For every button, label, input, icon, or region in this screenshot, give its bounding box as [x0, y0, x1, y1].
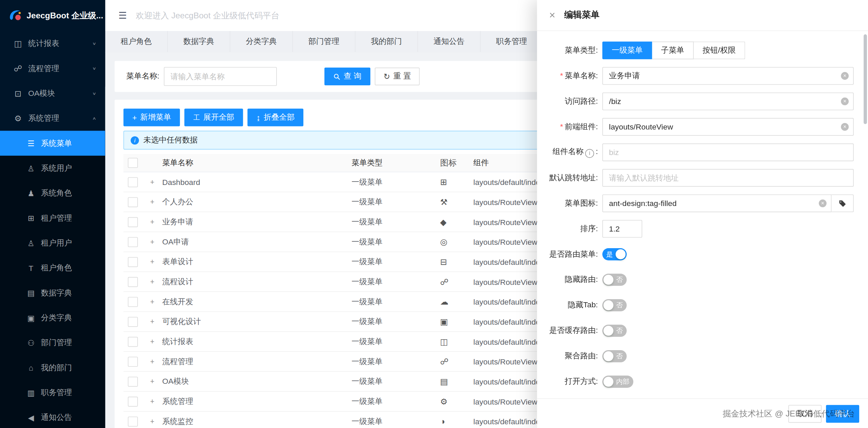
- menu-name-search-input[interactable]: [164, 67, 277, 86]
- page-tab[interactable]: 职务管理: [480, 31, 543, 52]
- toggle-switch[interactable]: 内部: [602, 376, 633, 388]
- sidebar-subitem[interactable]: ⚇ 部门管理: [0, 330, 105, 355]
- row-checkbox[interactable]: [128, 376, 138, 386]
- row-checkbox[interactable]: [128, 217, 138, 227]
- menu-name-cell[interactable]: OA申请: [162, 237, 351, 247]
- row-checkbox[interactable]: [128, 416, 138, 426]
- redirect-input[interactable]: [602, 169, 854, 187]
- toggle-switch[interactable]: 否: [602, 350, 627, 362]
- row-checkbox[interactable]: [128, 257, 138, 267]
- switch-row: 是否缓存路由: 否: [537, 318, 854, 343]
- sidebar-subitem[interactable]: ♙ 租户用户: [0, 230, 105, 255]
- menu-name-cell[interactable]: 流程设计: [162, 277, 351, 287]
- page-tab[interactable]: 通知公告: [418, 31, 480, 52]
- sidebar-group-item[interactable]: ◫ 统计报表 ∨: [0, 31, 105, 56]
- row-expand-icon[interactable]: +: [142, 377, 162, 386]
- clear-icon[interactable]: ×: [841, 72, 849, 80]
- menu-name-cell[interactable]: 系统管理: [162, 396, 351, 406]
- page-tab[interactable]: 我的部门: [355, 31, 418, 52]
- sidebar-subitem-label: 系统菜单: [41, 138, 72, 148]
- cancel-button[interactable]: 取消: [789, 405, 822, 422]
- menu-name-cell[interactable]: 流程管理: [162, 357, 351, 366]
- row-expand-icon[interactable]: +: [142, 277, 162, 286]
- row-expand-icon[interactable]: +: [142, 178, 162, 186]
- sidebar-subitem-icon: ☰: [26, 139, 35, 148]
- add-menu-button[interactable]: + 新增菜单: [123, 108, 180, 126]
- row-checkbox[interactable]: [128, 316, 138, 326]
- menu-icon-input[interactable]: [602, 194, 832, 212]
- sidebar-subitem[interactable]: ♟ 系统角色: [0, 181, 105, 205]
- row-expand-icon[interactable]: +: [142, 337, 162, 345]
- component-input[interactable]: [602, 118, 854, 136]
- component-name-input[interactable]: [602, 143, 854, 161]
- menu-type-option-sub[interactable]: 子菜单: [652, 41, 694, 59]
- sidebar-subitem[interactable]: ▤ 数据字典: [0, 280, 105, 305]
- sidebar-subitem[interactable]: ▣ 分类字典: [0, 305, 105, 330]
- clear-icon[interactable]: ×: [841, 98, 849, 105]
- menu-name-input[interactable]: [602, 67, 854, 85]
- row-checkbox[interactable]: [128, 396, 138, 406]
- query-button[interactable]: 查 询: [324, 68, 370, 85]
- row-expand-icon[interactable]: +: [142, 417, 162, 425]
- path-input[interactable]: [602, 92, 854, 110]
- confirm-button[interactable]: 确认: [826, 405, 859, 422]
- page-tab[interactable]: 分类字典: [230, 31, 293, 52]
- toggle-switch[interactable]: 否: [602, 274, 627, 286]
- sidebar-subitem[interactable]: ♙ 系统用户: [0, 156, 105, 181]
- row-expand-icon[interactable]: +: [142, 238, 162, 246]
- row-expand-icon[interactable]: +: [142, 397, 162, 405]
- sidebar-subitem[interactable]: T 租户角色: [0, 255, 105, 280]
- clear-icon[interactable]: ×: [841, 123, 849, 131]
- collapse-all-button[interactable]: ↨ 折叠全部: [248, 108, 304, 126]
- clear-icon[interactable]: ×: [819, 200, 827, 207]
- menu-name-cell[interactable]: OA模块: [162, 376, 351, 386]
- row-checkbox[interactable]: [128, 297, 138, 307]
- page-tab[interactable]: 数据字典: [168, 31, 230, 52]
- menu-type-option-primary[interactable]: 一级菜单: [602, 41, 652, 59]
- sidebar-subitem[interactable]: ⌂ 我的部门: [0, 355, 105, 380]
- row-checkbox[interactable]: [128, 337, 138, 346]
- sidebar-group-item[interactable]: ⊡ OA模块 ∨: [0, 81, 105, 106]
- toggle-switch[interactable]: 否: [602, 325, 627, 337]
- page-tab[interactable]: 部门管理: [293, 31, 355, 52]
- row-expand-icon[interactable]: +: [142, 258, 162, 266]
- row-expand-icon[interactable]: +: [142, 297, 162, 306]
- menu-name-cell[interactable]: 业务申请: [162, 217, 351, 227]
- row-expand-icon[interactable]: +: [142, 218, 162, 226]
- row-expand-icon[interactable]: +: [142, 318, 162, 326]
- sidebar-group-item[interactable]: ⚙ 系统管理 ∧: [0, 106, 105, 131]
- row-expand-icon[interactable]: +: [142, 198, 162, 206]
- sidebar-subitem[interactable]: ☰ 系统菜单: [0, 131, 105, 156]
- menu-type-option-permission[interactable]: 按钮/权限: [694, 41, 745, 59]
- menu-name-cell[interactable]: 系统监控: [162, 416, 351, 426]
- toggle-switch[interactable]: 是: [602, 248, 627, 260]
- reset-button[interactable]: ↻ 重 置: [375, 68, 420, 85]
- row-checkbox[interactable]: [128, 237, 138, 247]
- switch-row: 聚合路由: 否: [537, 343, 854, 369]
- sort-row: 排序:: [537, 216, 854, 242]
- page-tab[interactable]: 租户角色: [105, 31, 168, 52]
- expand-all-button[interactable]: 工 展开全部: [184, 108, 243, 126]
- row-checkbox[interactable]: [128, 277, 138, 287]
- sidebar-subitem[interactable]: ▥ 职务管理: [0, 380, 105, 405]
- close-icon[interactable]: ×: [549, 10, 555, 20]
- sidebar-subitem[interactable]: ◀ 通知公告: [0, 405, 105, 428]
- menu-name-cell[interactable]: 可视化设计: [162, 316, 351, 326]
- menu-name-cell[interactable]: 在线开发: [162, 297, 351, 307]
- row-checkbox[interactable]: [128, 197, 138, 207]
- menu-name-cell[interactable]: 表单设计: [162, 257, 351, 267]
- select-all-checkbox[interactable]: [128, 158, 138, 168]
- menu-name-cell[interactable]: 统计报表: [162, 337, 351, 346]
- toggle-switch[interactable]: 否: [602, 299, 627, 311]
- icon-select-button[interactable]: [832, 194, 854, 212]
- row-expand-icon[interactable]: +: [142, 357, 162, 365]
- menu-name-cell[interactable]: 个人办公: [162, 197, 351, 207]
- sidebar-group-item[interactable]: ☍ 流程管理 ∨: [0, 56, 105, 81]
- sidebar-subitem[interactable]: ⊞ 租户管理: [0, 206, 105, 230]
- menu-name-cell[interactable]: Dashboard: [162, 177, 351, 186]
- row-checkbox[interactable]: [128, 177, 138, 187]
- menu-fold-icon[interactable]: ☰: [119, 10, 127, 21]
- sort-input[interactable]: [602, 220, 642, 238]
- scrollbar-thumb[interactable]: [864, 34, 867, 124]
- row-checkbox[interactable]: [128, 357, 138, 366]
